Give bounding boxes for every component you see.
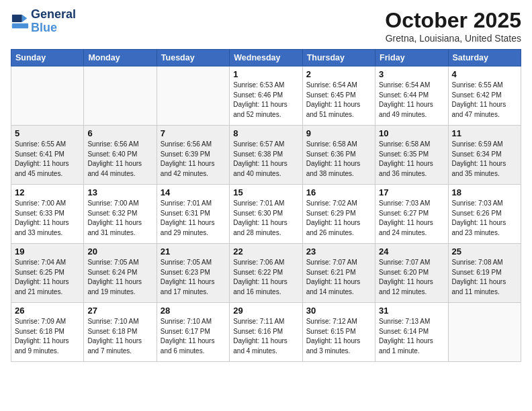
day-number: 2 <box>306 69 371 79</box>
day-number: 31 <box>379 306 444 316</box>
day-info: Sunrise: 7:01 AM Sunset: 6:31 PM Dayligh… <box>161 199 226 238</box>
day-info: Sunrise: 6:56 AM Sunset: 6:40 PM Dayligh… <box>87 140 152 179</box>
calendar-cell: 16Sunrise: 7:02 AM Sunset: 6:29 PM Dayli… <box>302 185 375 244</box>
calendar-cell: 26Sunrise: 7:09 AM Sunset: 6:18 PM Dayli… <box>11 303 84 362</box>
day-info: Sunrise: 7:10 AM Sunset: 6:17 PM Dayligh… <box>161 317 226 356</box>
calendar-cell: 8Sunrise: 6:57 AM Sunset: 6:38 PM Daylig… <box>230 126 302 185</box>
day-info: Sunrise: 7:00 AM Sunset: 6:33 PM Dayligh… <box>15 199 80 238</box>
calendar-cell: 4Sunrise: 6:55 AM Sunset: 6:42 PM Daylig… <box>448 66 521 126</box>
day-number: 19 <box>15 246 80 257</box>
svg-rect-0 <box>12 15 22 22</box>
week-row-3: 12Sunrise: 7:00 AM Sunset: 6:33 PM Dayli… <box>11 185 521 244</box>
logo: General Blue <box>11 8 76 35</box>
calendar-table: SundayMondayTuesdayWednesdayThursdayFrid… <box>11 49 521 362</box>
logo-text: General Blue <box>31 8 76 35</box>
calendar-cell: 18Sunrise: 7:03 AM Sunset: 6:26 PM Dayli… <box>448 185 521 244</box>
day-info: Sunrise: 7:07 AM Sunset: 6:21 PM Dayligh… <box>306 258 371 297</box>
day-number: 7 <box>161 128 226 138</box>
svg-marker-1 <box>22 15 27 22</box>
day-info: Sunrise: 7:01 AM Sunset: 6:30 PM Dayligh… <box>233 199 298 238</box>
calendar-cell: 22Sunrise: 7:06 AM Sunset: 6:22 PM Dayli… <box>230 244 302 303</box>
day-info: Sunrise: 7:12 AM Sunset: 6:15 PM Dayligh… <box>306 317 371 356</box>
day-number: 27 <box>87 306 152 316</box>
day-info: Sunrise: 7:08 AM Sunset: 6:19 PM Dayligh… <box>452 258 517 297</box>
day-number: 17 <box>379 187 444 197</box>
day-info: Sunrise: 7:07 AM Sunset: 6:20 PM Dayligh… <box>379 258 444 297</box>
calendar-cell: 2Sunrise: 6:54 AM Sunset: 6:45 PM Daylig… <box>302 66 375 126</box>
day-number: 14 <box>161 187 226 197</box>
day-info: Sunrise: 6:58 AM Sunset: 6:36 PM Dayligh… <box>306 140 371 179</box>
calendar-page: General Blue October 2025 Gretna, Louisi… <box>0 0 532 411</box>
calendar-cell: 25Sunrise: 7:08 AM Sunset: 6:19 PM Dayli… <box>448 244 521 303</box>
day-info: Sunrise: 7:05 AM Sunset: 6:24 PM Dayligh… <box>87 258 152 297</box>
day-number: 26 <box>15 306 80 316</box>
calendar-cell: 9Sunrise: 6:58 AM Sunset: 6:36 PM Daylig… <box>302 126 375 185</box>
weekday-header-saturday: Saturday <box>448 50 521 66</box>
calendar-cell: 28Sunrise: 7:10 AM Sunset: 6:17 PM Dayli… <box>157 303 229 362</box>
calendar-cell: 30Sunrise: 7:12 AM Sunset: 6:15 PM Dayli… <box>302 303 375 362</box>
day-number: 18 <box>452 187 517 197</box>
day-info: Sunrise: 7:05 AM Sunset: 6:23 PM Dayligh… <box>161 258 226 297</box>
week-row-1: 1Sunrise: 6:53 AM Sunset: 6:46 PM Daylig… <box>11 66 521 126</box>
calendar-cell <box>448 303 521 362</box>
week-row-2: 5Sunrise: 6:55 AM Sunset: 6:41 PM Daylig… <box>11 126 521 185</box>
day-number: 3 <box>379 69 444 79</box>
day-info: Sunrise: 7:03 AM Sunset: 6:27 PM Dayligh… <box>379 199 444 238</box>
day-info: Sunrise: 6:55 AM Sunset: 6:41 PM Dayligh… <box>15 140 80 179</box>
calendar-cell: 13Sunrise: 7:00 AM Sunset: 6:32 PM Dayli… <box>84 185 157 244</box>
day-info: Sunrise: 7:02 AM Sunset: 6:29 PM Dayligh… <box>306 199 371 238</box>
day-info: Sunrise: 7:06 AM Sunset: 6:22 PM Dayligh… <box>233 258 298 297</box>
day-info: Sunrise: 7:09 AM Sunset: 6:18 PM Dayligh… <box>15 317 80 356</box>
day-info: Sunrise: 7:00 AM Sunset: 6:32 PM Dayligh… <box>87 199 152 238</box>
weekday-header-row: SundayMondayTuesdayWednesdayThursdayFrid… <box>11 50 521 66</box>
day-number: 23 <box>306 246 371 257</box>
calendar-cell: 31Sunrise: 7:13 AM Sunset: 6:14 PM Dayli… <box>375 303 448 362</box>
day-number: 5 <box>15 128 80 138</box>
calendar-cell: 10Sunrise: 6:58 AM Sunset: 6:35 PM Dayli… <box>375 126 448 185</box>
calendar-cell: 24Sunrise: 7:07 AM Sunset: 6:20 PM Dayli… <box>375 244 448 303</box>
week-row-5: 26Sunrise: 7:09 AM Sunset: 6:18 PM Dayli… <box>11 303 521 362</box>
day-info: Sunrise: 6:57 AM Sunset: 6:38 PM Dayligh… <box>233 140 298 179</box>
day-number: 25 <box>452 246 517 257</box>
calendar-cell: 20Sunrise: 7:05 AM Sunset: 6:24 PM Dayli… <box>84 244 157 303</box>
weekday-header-monday: Monday <box>84 50 157 66</box>
weekday-header-tuesday: Tuesday <box>157 50 229 66</box>
day-info: Sunrise: 6:54 AM Sunset: 6:44 PM Dayligh… <box>379 81 444 120</box>
day-info: Sunrise: 6:53 AM Sunset: 6:46 PM Dayligh… <box>233 81 298 120</box>
logo-line1: General <box>31 8 76 21</box>
day-number: 30 <box>306 306 371 316</box>
day-info: Sunrise: 6:58 AM Sunset: 6:35 PM Dayligh… <box>379 140 444 179</box>
day-info: Sunrise: 6:59 AM Sunset: 6:34 PM Dayligh… <box>452 140 517 179</box>
calendar-cell: 7Sunrise: 6:56 AM Sunset: 6:39 PM Daylig… <box>157 126 229 185</box>
day-number: 28 <box>161 306 226 316</box>
calendar-cell: 6Sunrise: 6:56 AM Sunset: 6:40 PM Daylig… <box>84 126 157 185</box>
calendar-cell <box>157 66 229 126</box>
day-number: 8 <box>233 128 298 138</box>
title-area: October 2025 Gretna, Louisiana, United S… <box>385 8 521 44</box>
weekday-header-friday: Friday <box>375 50 448 66</box>
calendar-cell: 17Sunrise: 7:03 AM Sunset: 6:27 PM Dayli… <box>375 185 448 244</box>
calendar-cell: 23Sunrise: 7:07 AM Sunset: 6:21 PM Dayli… <box>302 244 375 303</box>
calendar-cell <box>84 66 157 126</box>
calendar-cell: 27Sunrise: 7:10 AM Sunset: 6:18 PM Dayli… <box>84 303 157 362</box>
calendar-cell: 1Sunrise: 6:53 AM Sunset: 6:46 PM Daylig… <box>230 66 302 126</box>
svg-rect-2 <box>12 24 28 28</box>
location: Gretna, Louisiana, United States <box>385 33 521 44</box>
calendar-cell: 14Sunrise: 7:01 AM Sunset: 6:31 PM Dayli… <box>157 185 229 244</box>
day-number: 13 <box>87 187 152 197</box>
calendar-cell: 29Sunrise: 7:11 AM Sunset: 6:16 PM Dayli… <box>230 303 302 362</box>
day-info: Sunrise: 6:55 AM Sunset: 6:42 PM Dayligh… <box>452 81 517 120</box>
day-info: Sunrise: 6:54 AM Sunset: 6:45 PM Dayligh… <box>306 81 371 120</box>
weekday-header-thursday: Thursday <box>302 50 375 66</box>
calendar-cell: 15Sunrise: 7:01 AM Sunset: 6:30 PM Dayli… <box>230 185 302 244</box>
day-number: 4 <box>452 69 517 79</box>
month-title: October 2025 <box>385 8 521 33</box>
day-info: Sunrise: 7:04 AM Sunset: 6:25 PM Dayligh… <box>15 258 80 297</box>
calendar-cell: 12Sunrise: 7:00 AM Sunset: 6:33 PM Dayli… <box>11 185 84 244</box>
calendar-cell: 11Sunrise: 6:59 AM Sunset: 6:34 PM Dayli… <box>448 126 521 185</box>
day-number: 12 <box>15 187 80 197</box>
calendar-cell: 5Sunrise: 6:55 AM Sunset: 6:41 PM Daylig… <box>11 126 84 185</box>
day-info: Sunrise: 6:56 AM Sunset: 6:39 PM Dayligh… <box>161 140 226 179</box>
day-number: 11 <box>452 128 517 138</box>
header: General Blue October 2025 Gretna, Louisi… <box>11 8 521 44</box>
